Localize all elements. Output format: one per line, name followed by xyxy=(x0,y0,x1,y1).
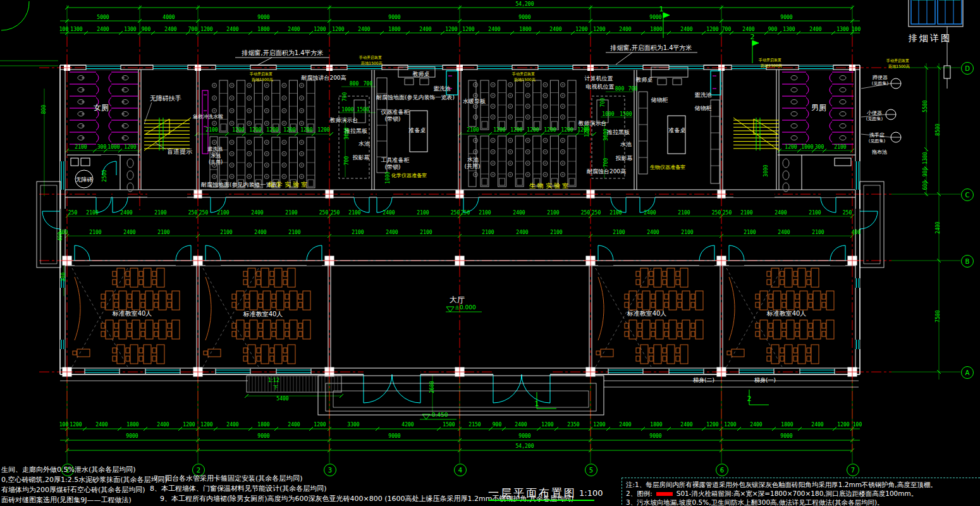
general-note-left-4: 面砖对缝图案选用(见图集9J——工程做法) xyxy=(1,495,132,505)
note-box-line-3: 3、污水坡向地漏,坡度0.5%,卫生间防水上翻300高,做法详见工程做法(其余各… xyxy=(626,498,979,506)
entrance-porch xyxy=(37,182,884,419)
prep-room-furniture xyxy=(377,67,721,183)
smoke-detail-title: 排烟详图 xyxy=(909,33,952,44)
title-underline xyxy=(488,500,594,501)
general-note-left-3: 有墙体均为200厚煤矸石空心砖(其余各层均同) xyxy=(1,485,145,495)
smoke-detail-drawing xyxy=(909,0,963,89)
note-box-line-1: 注:1、每层房间内所有裸露管道采用外包灰镶深灰色釉面砖阳角均采用厚1.2mm不锈… xyxy=(626,480,979,489)
general-note-7: 7、阳台各水管采用卡箍固定安装(其余各层均同) xyxy=(154,474,303,483)
drawing-title: 一层平面布置图 xyxy=(488,486,577,500)
note-box: 注:1、每层房间内所有裸露管道采用外包灰镶深灰色釉面砖阳角均采用厚1.2mm不锈… xyxy=(622,478,980,506)
floor-plan-drawing xyxy=(0,0,980,506)
general-note-left-1: 生间、走廊向外做0.5%泄水(其余各层均同) xyxy=(1,465,136,474)
fire-hydrant-legend-swatch xyxy=(656,492,673,496)
stairs xyxy=(144,102,779,151)
cad-floor-plan-canvas: 女厕无障碍扶手盲道提示无障碍急救冲洗水嘴盥洗池水池(共用)耐腐蚀地面(参见内装修… xyxy=(0,0,980,506)
dimension-lines xyxy=(0,1,960,463)
general-note-8: 8、本工程墙体、门窗保温材料见节能设计(其余各层均同) xyxy=(150,484,327,493)
axis-grid xyxy=(39,37,891,452)
toilet-fixtures xyxy=(70,72,854,192)
general-note-left-2: 0,空心砖砌筑,20厚1:2.5水泥砂浆抹面(其余各层均同) xyxy=(1,475,168,484)
page-title: 一层平面布置图 xyxy=(488,486,577,499)
classroom-furniture xyxy=(72,268,834,367)
drawing-scale: 1:100 xyxy=(579,488,603,498)
note-box-line-2: 2、图例:S01-消火栓箱留洞:高×宽×深=1800×700×180,洞口底边距… xyxy=(626,489,979,498)
